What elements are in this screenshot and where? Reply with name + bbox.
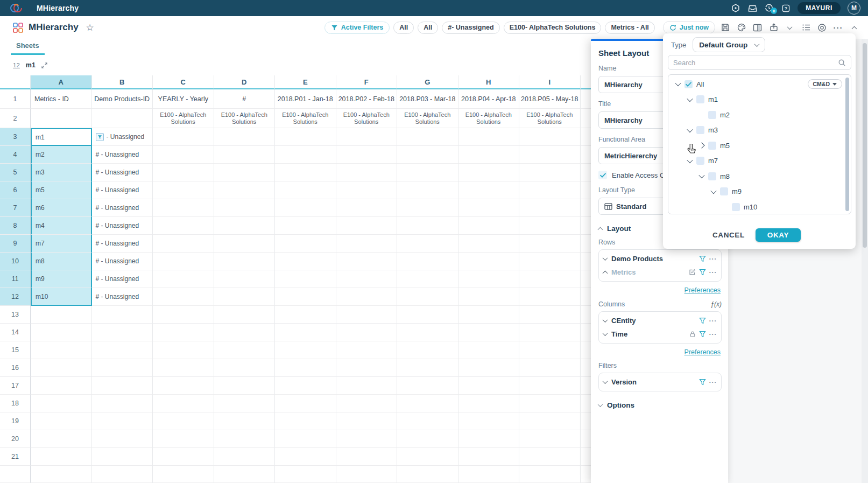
chevron-down-icon[interactable] (675, 80, 681, 86)
chevron-down-icon[interactable] (687, 127, 693, 132)
cell-B11[interactable]: # - Unassigned (92, 270, 153, 288)
tree-item-m1[interactable]: m1 (668, 92, 851, 108)
cell-D8[interactable] (214, 217, 276, 235)
row-header-2[interactable]: 2 (0, 109, 31, 128)
cell-F4[interactable] (336, 146, 398, 164)
cell-H11[interactable] (458, 270, 520, 288)
row-header-13[interactable]: 13 (0, 306, 31, 324)
cell-E8[interactable] (275, 217, 336, 235)
cell-H2[interactable]: E100 - AlphaTech Solutions (458, 109, 520, 128)
cell-I12[interactable] (519, 288, 581, 306)
row-header-10[interactable]: 10 (0, 253, 31, 270)
cell-C11[interactable] (153, 270, 214, 288)
cell-I1[interactable]: 2018.P05 - May-18 (519, 89, 581, 109)
cell-C13[interactable] (153, 306, 214, 324)
cell-A5[interactable]: m3 (31, 164, 92, 181)
cell-H20[interactable] (458, 430, 520, 448)
more-icon[interactable]: ··· (709, 330, 717, 338)
cell-B19[interactable] (92, 412, 153, 430)
cell-A13[interactable] (31, 306, 92, 324)
cell-D20[interactable] (214, 430, 276, 448)
cell-C7[interactable] (153, 199, 214, 217)
cell-B4[interactable]: # - Unassigned (92, 146, 153, 164)
cell-B10[interactable]: # - Unassigned (92, 253, 153, 270)
cell-G1[interactable]: 2018.P03 - Mar-18 (397, 89, 458, 109)
cell-C20[interactable] (153, 430, 214, 448)
cell-H9[interactable] (458, 235, 520, 253)
tree-item-m2[interactable]: m2 (668, 107, 851, 123)
checkbox-unchecked-icon[interactable] (732, 203, 740, 211)
row-header-5[interactable]: 5 (0, 164, 31, 181)
collapse-icon[interactable] (848, 21, 860, 34)
cell-I13[interactable] (519, 306, 581, 324)
cell-A7[interactable]: m6 (31, 199, 92, 217)
cell-D13[interactable] (214, 306, 276, 324)
filter-icon[interactable] (699, 331, 706, 338)
column-header-B[interactable]: B (92, 75, 153, 89)
column-header-H[interactable]: H (458, 75, 520, 89)
cell-E13[interactable] (275, 306, 336, 324)
refresh-button[interactable]: Just now (663, 21, 715, 34)
filter-pill-4[interactable]: Metrics - All (605, 22, 654, 34)
row-header-12[interactable]: 12 (0, 288, 31, 306)
cell-E15[interactable] (275, 341, 336, 359)
cell-B21[interactable] (92, 448, 153, 466)
cell-B17[interactable] (92, 377, 153, 395)
cell-H5[interactable] (458, 164, 520, 181)
row-header-7[interactable]: 7 (0, 199, 31, 217)
chevron-down-icon[interactable] (603, 379, 608, 384)
tree-item-m10[interactable]: m10 (668, 199, 851, 214)
cell-C10[interactable] (153, 253, 214, 270)
cell-A19[interactable] (31, 412, 92, 430)
cell-D18[interactable] (214, 395, 276, 412)
okay-button[interactable]: OKAY (756, 228, 801, 242)
cell-E16[interactable] (275, 359, 336, 377)
options-section-header[interactable]: Options (598, 401, 722, 409)
tree-item-m7[interactable]: m7 (668, 153, 851, 169)
cell-A4[interactable]: m2 (31, 146, 92, 164)
cell-I3[interactable] (519, 128, 581, 146)
cell-C4[interactable] (153, 146, 214, 164)
cell-H3[interactable] (458, 128, 520, 146)
lock-icon[interactable] (689, 331, 696, 338)
cell-G16[interactable] (397, 359, 458, 377)
cell-B20[interactable] (92, 430, 153, 448)
cell-A17[interactable] (31, 377, 92, 395)
cell-E11[interactable] (275, 270, 336, 288)
visibility-icon[interactable] (816, 21, 828, 34)
cell-F13[interactable] (336, 306, 398, 324)
save-icon[interactable] (719, 21, 731, 34)
cell-B8[interactable]: # - Unassigned (92, 217, 153, 235)
cell-H4[interactable] (458, 146, 520, 164)
cell-H15[interactable] (458, 341, 520, 359)
chevron-down-icon[interactable] (687, 96, 693, 102)
checkbox-unchecked-icon[interactable] (696, 157, 704, 165)
checkbox-unchecked-icon[interactable] (696, 126, 704, 134)
cell-H13[interactable] (458, 306, 520, 324)
cell-C17[interactable] (153, 377, 214, 395)
cell-H17[interactable] (458, 377, 520, 395)
cell-A12[interactable]: m10 (31, 288, 92, 306)
chevron-right-icon[interactable] (698, 143, 704, 149)
active-cell-value[interactable]: m1 (26, 61, 36, 69)
layout-item-demo-products[interactable]: Demo Products··· (603, 252, 717, 265)
cell-D17[interactable] (214, 377, 276, 395)
cell-D6[interactable] (214, 181, 276, 199)
export-icon[interactable] (767, 21, 780, 34)
cell-F12[interactable] (336, 288, 398, 306)
cell-B1[interactable]: Demo Products-ID (92, 89, 153, 109)
cell-A9[interactable]: m7 (31, 235, 92, 253)
cell-H7[interactable] (458, 199, 520, 217)
cell-C16[interactable] (153, 359, 214, 377)
cell-A10[interactable]: m8 (31, 253, 92, 270)
cell-I20[interactable] (519, 430, 581, 448)
cell-D10[interactable] (214, 253, 276, 270)
filter-icon[interactable] (699, 269, 706, 276)
row-header-15[interactable]: 15 (0, 341, 31, 359)
cell-I11[interactable] (519, 270, 581, 288)
cell-B16[interactable] (92, 359, 153, 377)
cell-I19[interactable] (519, 412, 581, 430)
cell-H18[interactable] (458, 395, 520, 412)
checkbox-checked-icon[interactable] (598, 171, 607, 179)
cell-A1[interactable]: Metrics - ID (31, 89, 92, 109)
